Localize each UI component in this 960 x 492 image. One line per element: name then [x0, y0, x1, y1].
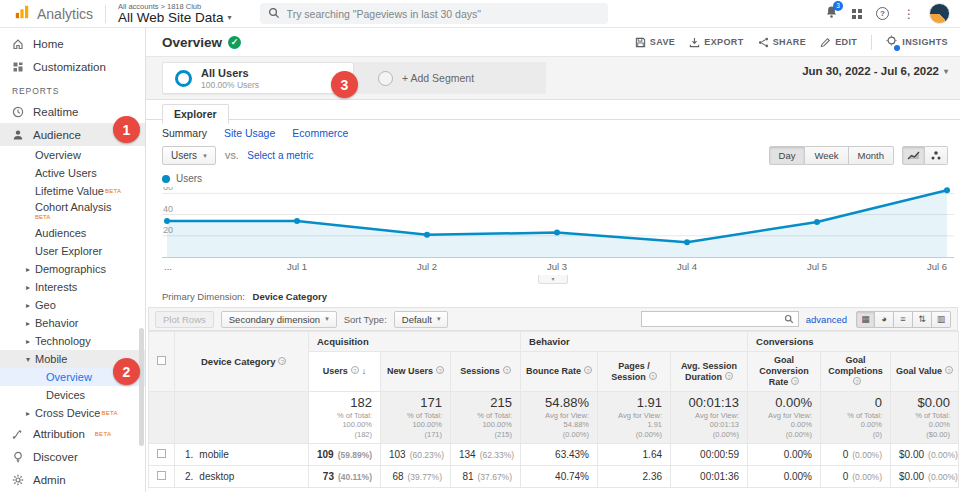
primary-dimension-label: Primary Dimension:: [162, 291, 245, 302]
insights-button[interactable]: INSIGHTS: [886, 35, 948, 49]
sort-type-label: Sort Type:: [344, 314, 387, 325]
metric-row: Users ▾ VS. Select a metric Day Week Mon…: [146, 144, 960, 169]
column-header-goal-conversion-rate[interactable]: Goal Conversion Rate?: [748, 352, 821, 392]
sidebar-item-cross-device[interactable]: ▸Cross DeviceBETA: [0, 404, 145, 422]
sidebar-item-devices[interactable]: Devices: [0, 386, 145, 404]
column-header-bounce-rate[interactable]: Bounce Rate?: [521, 352, 598, 392]
subnav-ecommerce[interactable]: Ecommerce: [292, 127, 348, 139]
kebab-menu-icon[interactable]: ⋮: [903, 7, 915, 21]
sidebar-item-audience-overview[interactable]: Overview: [0, 146, 145, 164]
percentage-view-icon[interactable]: ◕: [875, 311, 894, 328]
notifications-button[interactable]: 3: [825, 5, 838, 23]
motion-chart-icon[interactable]: [925, 146, 948, 165]
chevron-right-icon: ▸: [26, 265, 35, 274]
search-icon: [784, 310, 794, 328]
column-header-device-category[interactable]: Device Category?: [175, 332, 309, 392]
property-selector[interactable]: All Web Site Data ▾: [118, 11, 232, 25]
share-icon: [758, 37, 769, 48]
export-button[interactable]: EXPORT: [689, 37, 743, 48]
comparison-view-icon[interactable]: ⇅: [913, 311, 932, 328]
sidebar-item-interests[interactable]: ▸Interests: [0, 278, 145, 296]
chart-expander-handle[interactable]: ▾: [538, 275, 568, 284]
table-view-icon[interactable]: ▦: [856, 311, 875, 328]
granularity-day[interactable]: Day: [769, 146, 806, 165]
help-icon[interactable]: ?: [436, 366, 444, 374]
sidebar-item-technology[interactable]: ▸Technology: [0, 332, 145, 350]
tab-explorer[interactable]: Explorer: [162, 104, 229, 124]
sidebar-item-active-users[interactable]: Active Users: [0, 164, 145, 182]
sidebar-item-attribution[interactable]: AttributionBETA: [0, 422, 145, 445]
table-search-input[interactable]: [646, 314, 784, 325]
metric-dropdown[interactable]: Users ▾: [162, 146, 216, 165]
primary-dimension-value[interactable]: Device Category: [253, 291, 327, 302]
secondary-dimension-dropdown[interactable]: Secondary dimension ▾: [221, 311, 337, 328]
svg-text:Jul 4: Jul 4: [677, 261, 697, 272]
help-icon[interactable]: ?: [945, 366, 953, 374]
sidebar-item-discover[interactable]: Discover: [0, 445, 145, 468]
sidebar-item-cohort-analysis[interactable]: Cohort Analysis BETA: [0, 200, 145, 224]
sort-type-dropdown[interactable]: Default ▾: [394, 311, 449, 328]
search-input[interactable]: [287, 8, 600, 20]
breadcrumb[interactable]: All accounts > 1818 Club: [118, 3, 232, 11]
granularity-month[interactable]: Month: [849, 146, 894, 165]
help-icon[interactable]: ?: [876, 7, 889, 20]
audience-person-icon: [11, 129, 24, 141]
sidebar-item-audiences[interactable]: Audiences: [0, 224, 145, 242]
sidebar-item-geo[interactable]: ▸Geo: [0, 296, 145, 314]
help-icon[interactable]: ?: [351, 366, 359, 374]
help-icon[interactable]: ?: [725, 372, 733, 380]
pivot-view-icon[interactable]: ▥: [932, 311, 951, 328]
select-a-metric-link[interactable]: Select a metric: [247, 150, 313, 161]
global-search[interactable]: [260, 3, 608, 24]
line-chart-icon[interactable]: [902, 146, 925, 165]
help-icon[interactable]: ?: [503, 366, 511, 374]
share-button[interactable]: SHARE: [758, 37, 807, 48]
svg-text:Jul 3: Jul 3: [547, 261, 567, 272]
column-header-new-users[interactable]: New Users?: [381, 352, 451, 392]
column-header-avg-session-duration[interactable]: Avg. Session Duration?: [671, 352, 748, 392]
sidebar-item-demographics[interactable]: ▸Demographics: [0, 260, 145, 278]
date-range-picker[interactable]: Jun 30, 2022 - Jul 6, 2022 ▾: [802, 65, 948, 94]
subnav-summary[interactable]: Summary: [162, 127, 207, 139]
sidebar-label: User Explorer: [35, 245, 102, 257]
sidebar-label: Home: [33, 38, 64, 50]
granularity-week[interactable]: Week: [805, 146, 848, 165]
sidebar-item-behavior[interactable]: ▸Behavior: [0, 314, 145, 332]
edit-button[interactable]: EDIT: [820, 37, 857, 48]
help-icon[interactable]: ?: [649, 372, 657, 380]
sidebar-item-admin[interactable]: Admin: [0, 468, 145, 491]
svg-text:Jul 2: Jul 2: [417, 261, 437, 272]
apps-grid-icon[interactable]: [852, 9, 862, 19]
add-segment-button[interactable]: + Add Segment: [354, 62, 546, 94]
column-header-goal-value[interactable]: Goal Value?: [891, 352, 959, 392]
avatar[interactable]: [929, 3, 950, 24]
segment-all-users[interactable]: All Users 100.00% Users: [162, 62, 354, 94]
row-checkbox[interactable]: [157, 449, 166, 458]
column-header-pages-session[interactable]: Pages / Session?: [598, 352, 671, 392]
device-name: desktop: [199, 471, 234, 482]
subnav-site-usage[interactable]: Site Usage: [224, 127, 275, 139]
performance-view-icon[interactable]: ≡: [894, 311, 913, 328]
sidebar-item-customization[interactable]: Customization: [0, 55, 145, 78]
select-all-checkbox[interactable]: [157, 356, 166, 365]
column-header-sessions[interactable]: Sessions?: [451, 352, 521, 392]
annotation-badge-1: 1: [113, 116, 140, 143]
row-checkbox[interactable]: [157, 471, 166, 480]
sidebar-item-user-explorer[interactable]: User Explorer: [0, 242, 145, 260]
sidebar-item-home[interactable]: Home: [0, 32, 145, 55]
help-icon[interactable]: ?: [278, 357, 286, 365]
help-icon[interactable]: ?: [791, 377, 799, 385]
sidebar-item-lifetime-value[interactable]: Lifetime ValueBETA: [0, 182, 145, 200]
advanced-filter-link[interactable]: advanced: [806, 314, 847, 325]
users-line-chart[interactable]: 204060...Jul 1Jul 2Jul 3Jul 4Jul 5Jul 6: [162, 187, 954, 275]
plot-rows-button[interactable]: Plot Rows: [155, 311, 214, 328]
column-header-goal-completions[interactable]: Goal Completions?: [821, 352, 891, 392]
help-icon[interactable]: ?: [584, 366, 592, 374]
table-search-box[interactable]: [641, 311, 799, 327]
totals-row: 182% of Total: 100.00%(182) 171% of Tota…: [149, 392, 959, 444]
analytics-logo[interactable]: Analytics: [14, 4, 93, 24]
sidebar-scrollbar[interactable]: [139, 328, 144, 446]
save-button[interactable]: SAVE: [635, 37, 675, 48]
help-icon[interactable]: ?: [853, 377, 861, 385]
column-header-users[interactable]: Users?↓: [309, 352, 381, 392]
